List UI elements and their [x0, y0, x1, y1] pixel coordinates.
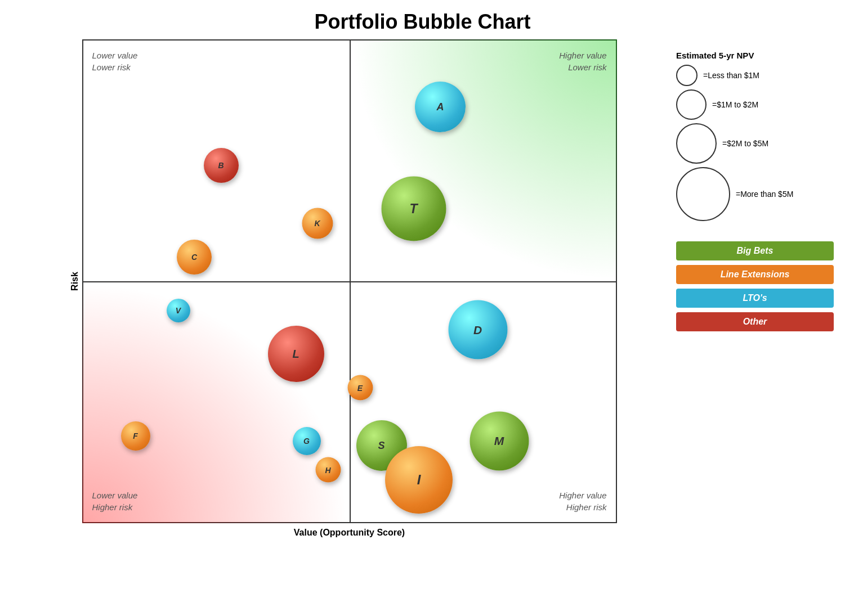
x-axis-label: Value (Opportunity Score)	[82, 528, 617, 538]
bubble-T[interactable]: T	[381, 177, 446, 241]
bubble-G[interactable]: G	[293, 427, 321, 455]
size-label: =Less than $1M	[703, 71, 759, 80]
bubble-L[interactable]: L	[268, 326, 324, 382]
legend-panel: Estimated 5-yr NPV =Less than $1M=$1M to…	[670, 39, 845, 616]
category-ltos: LTO's	[676, 289, 834, 308]
quad-bottom-right: Higher value Higher risk	[559, 489, 606, 513]
size-legend-item: =$1M to $2M	[676, 89, 834, 120]
size-label: =$1M to $2M	[712, 100, 758, 109]
bubble-M[interactable]: M	[470, 411, 529, 470]
bubble-I[interactable]: I	[385, 446, 453, 514]
bubble-B[interactable]: B	[204, 148, 239, 183]
bubble-K[interactable]: K	[302, 208, 333, 239]
main-area: Risk Lower value	[0, 39, 845, 616]
chart-area: Lower value Lower risk Higher value Lowe…	[82, 39, 617, 523]
bubble-A[interactable]: A	[415, 82, 466, 132]
bubble-V[interactable]: V	[167, 299, 190, 322]
bubble-H[interactable]: H	[315, 457, 341, 483]
quad-bottom-left: Lower value Higher risk	[92, 489, 138, 513]
chart-wrapper: Risk Lower value	[0, 39, 670, 616]
size-label: =More than $5M	[736, 190, 793, 199]
size-circle	[676, 65, 698, 86]
size-label: =$2M to $5M	[722, 139, 768, 148]
category-line-extensions: Line Extensions	[676, 265, 834, 284]
size-legend-item: =Less than $1M	[676, 65, 834, 86]
quad-top-right: Higher value Lower risk	[559, 50, 606, 73]
page-title: Portfolio Bubble Chart	[315, 10, 531, 34]
size-legend-item: =More than $5M	[676, 167, 834, 221]
bubble-F[interactable]: F	[121, 421, 150, 451]
size-legend-item: =$2M to $5M	[676, 123, 834, 164]
bubble-E[interactable]: E	[347, 375, 373, 401]
quad-top-left: Lower value Lower risk	[92, 50, 138, 73]
y-axis-label: Risk	[69, 272, 79, 291]
vertical-axis	[350, 39, 351, 523]
bubble-C[interactable]: C	[177, 240, 212, 275]
category-legend: Big BetsLine ExtensionsLTO'sOther	[676, 241, 834, 331]
size-circle	[676, 123, 717, 164]
npv-legend-title: Estimated 5-yr NPV	[676, 51, 834, 60]
bubble-D[interactable]: D	[448, 300, 507, 359]
size-circle	[676, 89, 707, 120]
size-circle	[676, 167, 730, 221]
category-big-bets: Big Bets	[676, 241, 834, 260]
size-legend: =Less than $1M=$1M to $2M=$2M to $5M=Mor…	[676, 65, 834, 224]
page-container: Portfolio Bubble Chart Risk	[0, 0, 845, 616]
category-other: Other	[676, 312, 834, 331]
